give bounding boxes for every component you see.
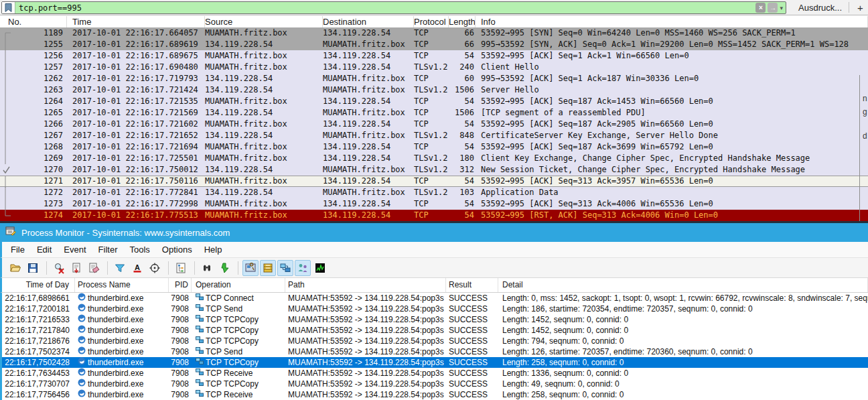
- column-header-no[interactable]: No.: [0, 16, 67, 27]
- column-header-path[interactable]: Path: [285, 278, 446, 292]
- event-row[interactable]: 22:16:17,7756456thunderbird.exe7908TCP R…: [2, 389, 868, 400]
- menu-edit[interactable]: Edit: [31, 243, 58, 256]
- column-header-protocol[interactable]: Protocol: [414, 16, 449, 27]
- filter-bookmark-icon[interactable]: [2, 2, 15, 13]
- cell-source: MUAMATH.fritz.box: [205, 198, 323, 210]
- column-header-operation[interactable]: Operation: [192, 278, 285, 292]
- cell-time: 2017-10-01 22:16:17.772998: [67, 198, 205, 210]
- packet-row[interactable]: 12572017-10-01 22:16:17.690480MUAMATH.fr…: [0, 62, 868, 73]
- open-file-button[interactable]: [7, 260, 23, 276]
- menu-options[interactable]: Options: [156, 243, 198, 256]
- autoscroll-button[interactable]: [68, 260, 84, 276]
- cell-destination: 134.119.228.54: [323, 141, 414, 153]
- column-header-result[interactable]: Result: [446, 278, 498, 292]
- packet-row[interactable]: 12622017-10-01 22:16:17.719793134.119.22…: [0, 73, 868, 84]
- clear-button[interactable]: [86, 260, 102, 276]
- column-header-detail[interactable]: Detail: [498, 278, 868, 292]
- column-header-info[interactable]: Info: [476, 16, 868, 27]
- cell-result: SUCCESS: [446, 314, 498, 325]
- column-header-process-name[interactable]: Process Name: [75, 278, 169, 292]
- event-row[interactable]: 22:16:17,7502428thunderbird.exe7908TCP T…: [2, 357, 868, 368]
- expression-button[interactable]: Ausdruck...: [792, 3, 849, 13]
- cell-info: Application Data: [476, 187, 868, 198]
- cell-info: 53592→995 [ACK] Seq=313 Ack=4006 Win=655…: [476, 198, 868, 210]
- show-process-button[interactable]: [295, 260, 311, 276]
- packet-row[interactable]: 12652017-10-01 22:16:17.721569134.119.22…: [0, 107, 868, 119]
- operation-text: TCP TCPCopy: [206, 379, 259, 389]
- menu-help[interactable]: Help: [198, 243, 228, 256]
- cell-protocol: TCP: [414, 50, 449, 62]
- cell-operation: TCP Receive: [192, 368, 285, 379]
- cell-length: 54: [449, 176, 476, 186]
- packet-row[interactable]: 12642017-10-01 22:16:17.721535MUAMATH.fr…: [0, 96, 868, 107]
- filter-apply-button[interactable]: →: [768, 3, 778, 13]
- highlight-button[interactable]: A: [129, 260, 145, 276]
- packet-row[interactable]: 12732017-10-01 22:16:17.772998MUAMATH.fr…: [0, 198, 868, 210]
- cell-no: 1265: [13, 107, 67, 119]
- cell-process-name: thunderbird.exe: [75, 336, 169, 346]
- packet-row[interactable]: 12702017-10-01 22:16:17.750012134.119.22…: [0, 164, 868, 176]
- event-row[interactable]: 22:16:17,7216533thunderbird.exe7908TCP T…: [2, 314, 868, 325]
- packet-row[interactable]: 12632017-10-01 22:16:17.721424134.119.22…: [0, 84, 868, 96]
- event-row[interactable]: 22:16:17,7200181thunderbird.exe7908TCP S…: [2, 304, 868, 314]
- add-filter-button-button[interactable]: +: [849, 2, 868, 13]
- filter-button[interactable]: [112, 260, 128, 276]
- cell-time: 2017-10-01 22:16:17.689675: [67, 50, 205, 62]
- process-name-text: thunderbird.exe: [88, 325, 143, 336]
- event-row[interactable]: 22:16:17,7502374thunderbird.exe7908TCP S…: [2, 346, 868, 357]
- show-filesystem-button[interactable]: [260, 260, 276, 276]
- packet-row[interactable]: 12692017-10-01 22:16:17.725501MUAMATH.fr…: [0, 153, 868, 164]
- display-filter-input[interactable]: tcp.port==995 × → ▾: [1, 1, 786, 14]
- cell-time: 2017-10-01 22:16:17.721602: [67, 119, 205, 130]
- packet-row[interactable]: 11892017-10-01 22:16:17.664057MUAMATH.fr…: [0, 27, 868, 39]
- procmon-titlebar[interactable]: Process Monitor - Sysinternals: www.sysi…: [0, 223, 868, 242]
- save-button[interactable]: [25, 260, 41, 276]
- packet-row[interactable]: 12682017-10-01 22:16:17.721694MUAMATH.fr…: [0, 141, 868, 153]
- cell-process-name: thunderbird.exe: [75, 357, 169, 368]
- jump-to-button[interactable]: [216, 260, 232, 276]
- related-packets-indicator: [0, 39, 13, 50]
- packet-row[interactable]: 12662017-10-01 22:16:17.721602MUAMATH.fr…: [0, 119, 868, 130]
- event-row[interactable]: 22:16:17,7218676thunderbird.exe7908TCP T…: [2, 336, 868, 346]
- column-header-source[interactable]: Source: [205, 16, 323, 27]
- packet-row[interactable]: 12672017-10-01 22:16:17.721652134.119.22…: [0, 130, 868, 141]
- show-network-button[interactable]: [277, 260, 293, 276]
- cell-operation: TCP TCPCopy: [192, 325, 285, 336]
- network-operation-icon: [196, 379, 204, 389]
- event-row[interactable]: 22:16:17,7634453thunderbird.exe7908TCP R…: [2, 368, 868, 379]
- packet-row[interactable]: 12722017-10-01 22:16:17.772841134.119.22…: [0, 187, 868, 198]
- show-profiling-button[interactable]: [312, 260, 328, 276]
- capture-button[interactable]: [51, 260, 67, 276]
- column-header-destination[interactable]: Destination: [323, 16, 414, 27]
- menu-tools[interactable]: Tools: [124, 243, 156, 256]
- include-process-button[interactable]: [147, 260, 163, 276]
- cell-destination: MUAMATH.fritz.box: [323, 164, 414, 176]
- process-tree-button[interactable]: [173, 260, 189, 276]
- column-header-length[interactable]: Length: [449, 16, 476, 27]
- menu-file[interactable]: File: [5, 243, 31, 256]
- show-registry-button[interactable]: [242, 260, 259, 276]
- menu-event[interactable]: Event: [58, 243, 92, 256]
- event-row[interactable]: 22:16:17,7217840thunderbird.exe7908TCP T…: [2, 325, 868, 336]
- packet-row[interactable]: 12552017-10-01 22:16:17.689619134.119.22…: [0, 39, 868, 50]
- menu-filter[interactable]: Filter: [92, 243, 124, 256]
- packet-row[interactable]: 12712017-10-01 22:16:17.750116MUAMATH.fr…: [0, 176, 868, 187]
- column-header-time-of-day[interactable]: Time of Day: [2, 278, 75, 292]
- cell-detail: Length: 258, seqnum: 0, connid: 0: [498, 357, 868, 368]
- cell-length: 103: [449, 187, 476, 198]
- cell-source: MUAMATH.fritz.box: [205, 96, 323, 107]
- filter-history-caret-icon[interactable]: ▾: [780, 5, 783, 11]
- cell-length: 1506: [449, 107, 476, 119]
- find-button[interactable]: [199, 260, 215, 276]
- column-header-pid[interactable]: PID: [169, 278, 192, 292]
- cell-info: Client Hello: [476, 62, 868, 73]
- event-row[interactable]: 22:16:17,6898661thunderbird.exe7908TCP C…: [2, 293, 868, 304]
- filter-text[interactable]: tcp.port==995: [19, 3, 755, 13]
- event-row[interactable]: 22:16:17,7730707thunderbird.exe7908TCP T…: [2, 379, 868, 389]
- packet-row[interactable]: 12562017-10-01 22:16:17.689675MUAMATH.fr…: [0, 50, 868, 62]
- column-header-time[interactable]: Time: [67, 16, 205, 27]
- cell-length: 66: [449, 27, 476, 39]
- cell-protocol: TCP: [414, 39, 449, 50]
- packet-row[interactable]: 12742017-10-01 22:16:17.775513MUAMATH.fr…: [0, 210, 868, 221]
- filter-clear-button[interactable]: ×: [755, 3, 766, 13]
